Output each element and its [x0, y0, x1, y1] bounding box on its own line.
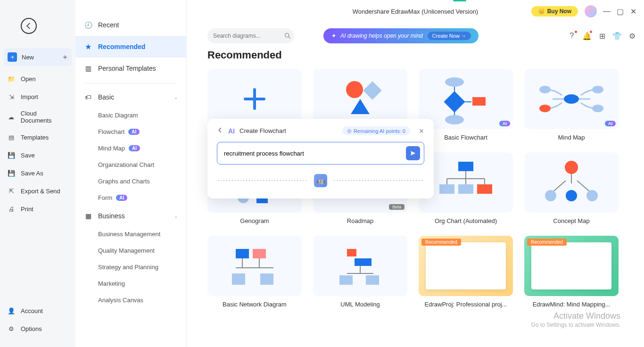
recommended-badge: Recommended: [527, 239, 567, 246]
rail-label: New: [22, 54, 34, 61]
cloud-icon: ☁: [7, 112, 16, 122]
maximize-icon[interactable]: ▢: [617, 8, 623, 15]
rail-templates[interactable]: ▤Templates: [0, 128, 75, 146]
screenshot-thumb: [426, 242, 506, 289]
rail-label: Save: [21, 152, 35, 159]
modal-title: Create Flowchart: [239, 127, 286, 134]
active-tab-indicator: [453, 0, 466, 1]
sub-strategy[interactable]: Strategy and Planning: [75, 259, 186, 275]
sub-label: Quality Management: [98, 247, 155, 254]
cat-label: Basic: [98, 93, 114, 101]
rail-label: Import: [21, 93, 38, 100]
rail-open[interactable]: 📁Open: [0, 70, 75, 88]
apps-icon[interactable]: ⊞: [598, 32, 606, 40]
templates-icon: ▤: [7, 132, 16, 142]
rail-import[interactable]: ⇲Import: [0, 88, 75, 106]
send-button[interactable]: [406, 146, 420, 160]
svg-point-3: [445, 77, 464, 87]
settings-icon[interactable]: ⚙: [628, 32, 636, 40]
sub-form[interactable]: FormAI: [75, 190, 186, 206]
cat-personal[interactable]: ▥Personal Templates: [75, 58, 186, 79]
card-label: Org Chart (Automated): [419, 217, 513, 224]
rail-cloud[interactable]: ☁Cloud Documents: [0, 106, 75, 128]
screenshot-thumb: [531, 242, 611, 289]
sub-label: Basic Diagram: [98, 112, 138, 119]
print-icon: 🖨: [7, 204, 16, 214]
user-icon: 👤: [7, 306, 16, 315]
card-concept-map[interactable]: Concept Map: [524, 152, 619, 224]
modal-close-button[interactable]: ✕: [419, 127, 424, 135]
ai-prompt-input[interactable]: [224, 150, 406, 157]
rail-new[interactable]: ＋ New ＋: [4, 48, 72, 66]
sub-graphs[interactable]: Graphs and Charts: [75, 173, 186, 190]
search-input[interactable]: [213, 33, 284, 39]
sub-org[interactable]: Organizational Chart: [75, 157, 186, 173]
rail-label: Account: [21, 307, 43, 314]
sub-flowchart[interactable]: FlowchartAI: [75, 124, 186, 140]
svg-point-11: [592, 105, 603, 112]
card-label: Mind Map: [524, 134, 619, 141]
modal-back-button[interactable]: [217, 127, 223, 135]
plus-icon: ＋: [8, 52, 17, 62]
svg-rect-31: [253, 249, 266, 258]
sub-analysis[interactable]: Analysis Canvas: [75, 292, 186, 308]
sub-label: Organizational Chart: [98, 161, 154, 168]
divider: [84, 83, 178, 83]
rail-label: Cloud Documents: [21, 110, 69, 124]
sub-quality[interactable]: Quality Management: [75, 242, 186, 259]
sub-label: Analysis Canvas: [98, 297, 143, 304]
sub-bizmgmt[interactable]: Business Management: [75, 226, 186, 242]
sub-label: Mind Map: [98, 145, 125, 152]
cat-label: Recommended: [98, 43, 145, 50]
rail-export[interactable]: ⇱Export & Send: [0, 182, 75, 200]
create-now-button[interactable]: Create Now →: [428, 32, 471, 40]
rail-options[interactable]: ⚙Options: [0, 320, 75, 338]
gear-icon: ⚙: [7, 324, 16, 333]
bell-icon[interactable]: 🔔: [583, 32, 591, 40]
ai-banner[interactable]: ✦ AI drawing helps open your mind Create…: [323, 28, 479, 43]
export-icon: ⇱: [7, 186, 16, 196]
card-label: EdrawProj: Professional proj...: [419, 301, 513, 308]
cat-recent[interactable]: 🕘Recent: [75, 14, 186, 36]
card-edrawproj[interactable]: Recommended EdrawProj: Professional proj…: [419, 236, 513, 308]
card-edrawmind[interactable]: Recommended EdrawMind: Mind Mapping...: [524, 236, 619, 308]
svg-rect-23: [439, 184, 454, 194]
rail-print[interactable]: 🖨Print: [0, 200, 75, 218]
close-icon[interactable]: ✕: [630, 8, 636, 15]
app-title: Wondershare EdrawMax (Unlicensed Version…: [353, 8, 478, 15]
avatar[interactable]: [585, 5, 597, 17]
svg-point-0: [285, 33, 289, 37]
help-icon[interactable]: ?: [568, 32, 576, 40]
ai-badge: AI: [116, 195, 127, 201]
card-label: Genogram: [207, 217, 302, 224]
buy-now-button[interactable]: 👑Buy Now: [531, 6, 578, 17]
beta-badge: Beta: [389, 204, 405, 210]
cat-recommended[interactable]: ★Recommended: [75, 36, 186, 58]
svg-rect-35: [339, 275, 353, 285]
card-mindmap[interactable]: AI Mind Map: [524, 69, 619, 141]
card-network[interactable]: Basic Network Diagram: [207, 236, 302, 308]
cat-label: Recent: [98, 21, 119, 29]
cat-business[interactable]: ▦Business⌄: [75, 206, 186, 226]
template-icon: ▥: [84, 64, 92, 73]
search-icon[interactable]: [284, 32, 291, 40]
sub-marketing[interactable]: Marketing: [75, 275, 186, 292]
rail-account[interactable]: 👤Account: [0, 302, 75, 320]
card-uml[interactable]: UML Modeling: [313, 236, 407, 308]
crown-icon: 👑: [538, 8, 545, 15]
cat-label: Business: [98, 212, 125, 220]
rail-saveas[interactable]: 💾Save As: [0, 164, 75, 182]
add-icon[interactable]: ＋: [61, 52, 69, 62]
tshirt-icon[interactable]: 👕: [613, 32, 621, 40]
rail-save[interactable]: 💾Save: [0, 146, 75, 164]
buy-label: Buy Now: [547, 8, 571, 15]
ai-badge: AI: [605, 121, 616, 126]
search-box[interactable]: [207, 28, 294, 43]
back-button[interactable]: [21, 18, 37, 34]
svg-rect-30: [236, 249, 249, 258]
sub-basic-diagram[interactable]: Basic Diagram: [75, 107, 186, 124]
minimize-icon[interactable]: —: [603, 8, 610, 15]
sub-mindmap[interactable]: Mind MapAI: [75, 140, 186, 157]
svg-point-10: [592, 86, 603, 93]
cat-basic[interactable]: 🏷Basic⌄: [75, 87, 186, 107]
